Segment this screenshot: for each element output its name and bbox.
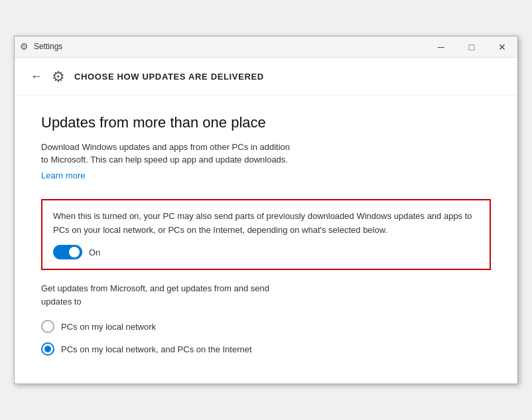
updates-info: Get updates from Microsoft, and get upda… — [41, 282, 491, 308]
settings-window: ⚙ Settings ─ □ ✕ ← ⚙ CHOOSE HOW UPDATES … — [14, 36, 518, 385]
window-title: Settings — [34, 42, 62, 51]
radio-label-local: PCs on my local network — [61, 322, 156, 332]
page-title: CHOOSE HOW UPDATES ARE DELIVERED — [74, 72, 264, 82]
toggle-label: On — [89, 247, 100, 257]
close-button[interactable]: ✕ — [487, 36, 517, 58]
title-bar: ⚙ Settings ─ □ ✕ — [15, 36, 517, 58]
radio-option-local[interactable]: PCs on my local network — [41, 320, 491, 333]
title-bar-left: ⚙ Settings — [20, 41, 62, 52]
section-heading: Updates from more than one place — [41, 114, 491, 131]
warning-text: When this is turned on, your PC may also… — [53, 210, 479, 238]
minimize-button[interactable]: ─ — [426, 36, 456, 58]
toggle-switch[interactable] — [53, 245, 82, 259]
toggle-row: On — [53, 245, 479, 259]
maximize-button[interactable]: □ — [456, 36, 487, 58]
toggle-thumb — [69, 247, 80, 257]
radio-circle-internet — [41, 342, 54, 356]
window-controls: ─ □ ✕ — [426, 36, 517, 57]
settings-titlebar-icon: ⚙ — [20, 41, 29, 52]
gear-icon: ⚙ — [52, 68, 65, 86]
main-content: Updates from more than one place Downloa… — [15, 96, 517, 384]
description-text: Download Windows updates and apps from o… — [41, 141, 491, 167]
toggle-track — [53, 245, 82, 259]
back-button[interactable]: ← — [31, 70, 42, 84]
radio-label-internet: PCs on my local network, and PCs on the … — [61, 344, 252, 354]
learn-more-link[interactable]: Learn more — [41, 171, 85, 180]
radio-circle-local — [41, 320, 54, 333]
info-box: When this is turned on, your PC may also… — [41, 199, 491, 271]
page-header: ← ⚙ CHOOSE HOW UPDATES ARE DELIVERED — [15, 58, 517, 96]
radio-option-internet[interactable]: PCs on my local network, and PCs on the … — [41, 342, 491, 356]
